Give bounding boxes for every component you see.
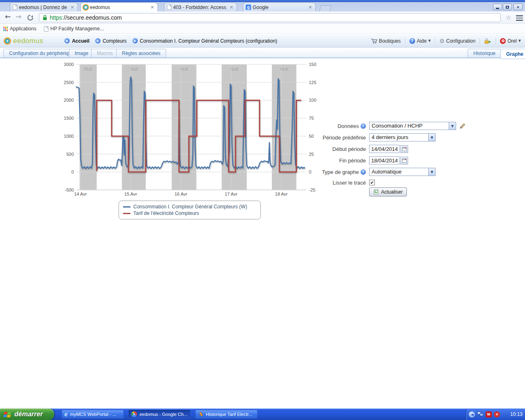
breadcrumb-device[interactable]: ▶ Consommation I. Compteur Général Compt… xyxy=(132,38,277,44)
tab-graphe-active[interactable]: Graphe xyxy=(500,49,525,59)
help-icon[interactable]: ? xyxy=(361,169,366,175)
y-right-tick-label: 0 xyxy=(309,169,311,174)
fin-date-input[interactable] xyxy=(369,156,399,164)
eedomus-logo[interactable]: eedomus xyxy=(5,37,43,45)
donnees-select[interactable]: Consomation / HCHP ▼ xyxy=(369,122,456,130)
apps-shortcut[interactable]: Applications xyxy=(3,26,37,32)
tab-title: Google xyxy=(253,5,306,10)
new-tab-button[interactable] xyxy=(319,5,331,12)
tab-macros[interactable]: Macros xyxy=(91,49,119,58)
chart-legend: Consommation I. Compteur Général Compteu… xyxy=(119,201,261,219)
edit-pencil-icon[interactable] xyxy=(459,123,466,130)
orange-document-icon xyxy=(198,411,203,417)
aide-button[interactable]: ? Aide ▼ xyxy=(409,38,431,44)
chrome-menu-icon[interactable] xyxy=(516,15,523,21)
close-tab-icon[interactable]: × xyxy=(229,5,234,10)
tab-regles-associees[interactable]: Règles associées xyxy=(116,49,166,58)
boutiques-button[interactable]: Boutiques xyxy=(371,38,401,44)
security-alert-icon[interactable]: × xyxy=(494,411,500,418)
header-menu: Boutiques ? Aide ▼ ⚙ Configuration Orel … xyxy=(371,38,521,44)
close-tab-icon[interactable]: × xyxy=(150,5,155,10)
debut-date-input[interactable] xyxy=(369,145,399,153)
y-left-tick-label: 1000 xyxy=(64,134,74,139)
legend-label: Tarif de l'électricité Compteurs xyxy=(133,210,199,216)
tab-image[interactable]: Image xyxy=(69,49,94,58)
fin-label: Fin période xyxy=(339,158,366,164)
chevron-down-icon: ▼ xyxy=(428,168,435,176)
y-right-tick-label: -25 xyxy=(309,187,315,192)
system-tray: ◄ M × 10:13 xyxy=(466,409,525,420)
bookmark-star-icon[interactable]: ☆ xyxy=(506,14,511,21)
eedomus-header: eedomus ▶ Accueil ▶ Compteurs ▶ Consomma… xyxy=(0,34,525,48)
breadcrumb-compteurs[interactable]: ▶ Compteurs xyxy=(95,38,127,44)
close-tab-icon[interactable]: × xyxy=(308,5,313,10)
browser-tab-2-active[interactable]: eedomus × xyxy=(80,2,158,11)
bookmark-item[interactable]: HP Facility Manageme... xyxy=(44,26,104,32)
bookmarks-bar: Applications HP Facility Manageme... xyxy=(0,24,525,34)
windows-logo-icon xyxy=(4,411,11,418)
url-rest: //secure.eedomus.com xyxy=(64,14,122,21)
taskbar-item-mymcs[interactable]: e myMCS WebPortal - ... xyxy=(62,410,124,419)
calendar-button[interactable] xyxy=(400,145,408,153)
type-graphe-select[interactable]: Automatique ▼ xyxy=(369,168,436,176)
task-label: myMCS WebPortal - ... xyxy=(70,412,116,417)
reload-icon[interactable] xyxy=(27,14,34,21)
restore-button[interactable] xyxy=(503,4,512,10)
legend-label: Consommation I. Compteur Général Compteu… xyxy=(133,204,247,210)
back-icon[interactable]: ← xyxy=(5,12,11,21)
network-icon[interactable] xyxy=(477,411,484,417)
close-tab-icon[interactable]: × xyxy=(70,5,75,10)
configuration-button[interactable]: ⚙ Configuration xyxy=(439,38,475,44)
browser-tab-3[interactable]: 403 - Forbidden: Access is d × xyxy=(164,2,237,11)
actualiser-button[interactable]: Actualiser xyxy=(369,187,407,196)
eedomus-logo-icon xyxy=(5,39,10,43)
page-icon xyxy=(44,26,48,32)
browser-tab-4[interactable]: g Google × xyxy=(243,2,316,11)
tray-chevron-icon[interactable]: ◄ xyxy=(469,411,475,418)
browser-toolbar: ← → https://secure.eedomus.com ☆ xyxy=(0,11,525,24)
taskbar-item-eedomus[interactable]: eedomus - Google Ch... xyxy=(128,410,191,419)
legend-item-tarif[interactable]: Tarif de l'électricité Compteurs xyxy=(123,210,256,217)
x-tick-label: 15 Avr xyxy=(124,192,137,196)
browser-tab-1[interactable]: eedomus | Donnez de l'intelli × xyxy=(10,2,78,11)
arrow-ball-icon: ▶ xyxy=(95,38,100,43)
y-left-tick-label: 3000 xyxy=(64,62,74,67)
task-label: Historique Tarif Electr... xyxy=(206,412,252,417)
tab-configuration-peripherique[interactable]: Configuration du périphérique xyxy=(3,49,80,58)
tab-title: eedomus | Donnez de l'intelli xyxy=(19,5,68,10)
divider xyxy=(435,38,435,44)
form-row-periode: Période prédéfinie 4 derniers jours ▼ xyxy=(324,133,436,142)
y-left-tick-label: 500 xyxy=(66,152,74,157)
taskbar-item-historique-tarif[interactable]: Historique Tarif Electr... xyxy=(195,410,258,419)
mcafee-icon[interactable]: M xyxy=(486,411,492,418)
y-left-tick-label: 2000 xyxy=(64,98,74,103)
user-menu-button[interactable]: Orel ▼ xyxy=(500,38,521,44)
debut-label: Début période xyxy=(332,146,366,152)
task-label: eedomus - Google Ch... xyxy=(139,412,187,417)
night-band-label: Nuit xyxy=(130,66,138,71)
address-bar[interactable]: https://secure.eedomus.com xyxy=(39,13,501,22)
legend-swatch-blue xyxy=(123,206,130,208)
windows-taskbar: démarrer e myMCS WebPortal - ... eedomus… xyxy=(0,409,525,420)
periode-select[interactable]: 4 derniers jours ▼ xyxy=(369,133,436,142)
start-label: démarrer xyxy=(14,411,43,418)
lisser-checkbox[interactable]: ✔ xyxy=(369,180,375,185)
forward-icon[interactable]: → xyxy=(16,12,21,21)
bookmark-label: HP Facility Manageme... xyxy=(50,26,104,32)
y-right-tick-label: 125 xyxy=(309,80,316,85)
arrow-ball-icon: ▶ xyxy=(132,38,138,43)
divider xyxy=(495,38,496,44)
minimize-button[interactable] xyxy=(493,4,502,10)
legend-item-consommation[interactable]: Consommation I. Compteur Général Compteu… xyxy=(123,203,256,210)
tab-historique[interactable]: Historique xyxy=(468,49,501,58)
breadcrumb-accueil[interactable]: ▶ Accueil xyxy=(64,38,89,44)
start-button[interactable]: démarrer xyxy=(0,409,54,420)
divider xyxy=(479,38,480,44)
y-right-tick-label: 25 xyxy=(309,152,314,157)
help-icon[interactable]: ? xyxy=(361,123,366,129)
device-tab-bar: Configuration du périphérique Image Macr… xyxy=(0,48,525,58)
calendar-button[interactable] xyxy=(400,157,408,164)
close-button[interactable]: × xyxy=(514,4,523,10)
lock-icon[interactable] xyxy=(484,38,491,44)
y-right-tick-label: 100 xyxy=(309,98,316,103)
